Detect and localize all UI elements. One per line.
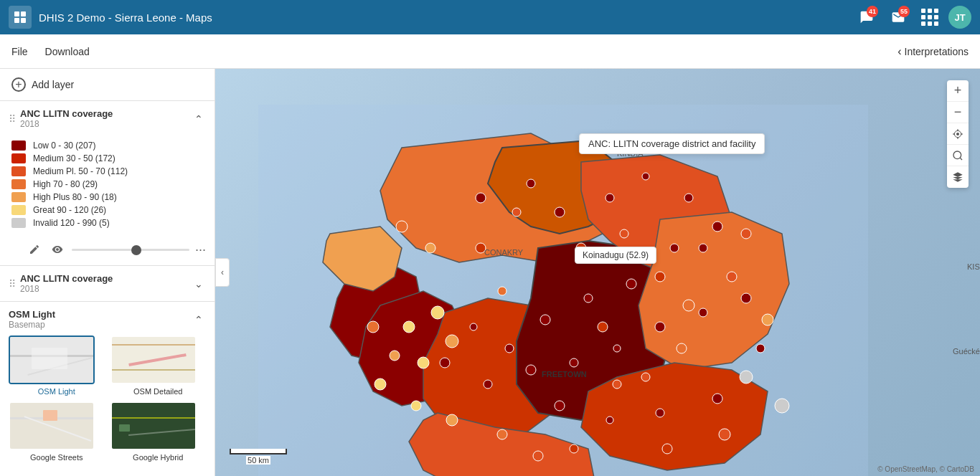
svg-point-61 — [762, 314, 773, 325]
layer-expand-button-2[interactable]: ⌄ — [192, 277, 206, 291]
svg-point-42 — [606, 416, 613, 424]
svg-point-31 — [440, 358, 450, 368]
scale-label: 50 km — [246, 456, 270, 465]
add-layer-button[interactable]: + Add layer — [0, 69, 215, 101]
add-circle-icon: + — [11, 77, 26, 92]
svg-point-40 — [712, 394, 722, 404]
svg-point-30 — [470, 323, 477, 330]
legend-label-medium-pl: Medium Pl. 50 - 70 (112) — [33, 166, 128, 176]
legend-item-low: Low 0 - 30 (207) — [11, 139, 203, 152]
basemap-header: OSM Light Basemap ⌃ — [9, 309, 206, 330]
user-avatar[interactable]: JT — [948, 6, 971, 29]
layers-button[interactable] — [947, 166, 969, 188]
basemap-google-hybrid[interactable]: Google Hybrid — [110, 401, 207, 462]
zoom-out-button[interactable]: − — [947, 102, 969, 123]
place-gueckdou: Guéckédou — [953, 347, 980, 356]
collapse-panel-button[interactable]: ‹ — [215, 258, 230, 287]
more-options-button[interactable]: ··· — [195, 242, 206, 257]
district-tooltip-text: Koinadugu (52.9) — [583, 250, 649, 260]
svg-point-45 — [425, 243, 435, 253]
legend-swatch-great — [11, 205, 26, 215]
svg-point-24 — [712, 222, 722, 232]
search-map-button[interactable] — [947, 145, 969, 166]
toggle-visibility-button[interactable] — [49, 241, 66, 258]
svg-rect-0 — [14, 11, 19, 16]
svg-point-36 — [655, 322, 665, 332]
legend-label-invalid: Invalid 120 - 990 (5) — [33, 218, 110, 228]
svg-point-73 — [613, 380, 621, 389]
svg-point-65 — [512, 208, 521, 216]
mail-button[interactable]: 55 — [885, 4, 911, 30]
svg-point-55 — [418, 357, 429, 368]
svg-point-68 — [598, 322, 608, 332]
basemap-osm-light[interactable]: OSM Light — [9, 335, 105, 396]
apps-button[interactable] — [917, 4, 943, 30]
app-logo — [9, 6, 32, 29]
legend-swatch-invalid — [11, 218, 26, 228]
download-button[interactable]: Download — [45, 43, 90, 60]
drag-handle-icon[interactable]: ⠿ — [9, 113, 16, 125]
svg-point-37 — [699, 308, 707, 317]
legend-swatch-medium — [11, 153, 26, 163]
zoom-in-button[interactable]: + — [947, 80, 969, 102]
layer-card-1: ⠿ ANC LLITN coverage 2018 ⌃ Low 0 - 30 (… — [0, 101, 215, 266]
basemap-preview-google-streets — [10, 403, 93, 449]
locate-button[interactable] — [947, 123, 969, 145]
scale-line: 50 km — [230, 449, 287, 465]
place-conakry: CONAKRY — [484, 248, 523, 257]
svg-point-29 — [505, 344, 514, 353]
basemap-section: OSM Light Basemap ⌃ OSM Light — [0, 302, 215, 469]
layer-title-1: ANC LLITN coverage — [20, 108, 192, 119]
legend-item-medium-pl: Medium Pl. 50 - 70 (112) — [11, 165, 203, 178]
basemap-osm-detailed[interactable]: OSM Detailed — [110, 335, 207, 396]
layer-collapse-button-1[interactable]: ⌃ — [192, 112, 206, 126]
legend-item-high-plus: High Plus 80 - 90 (18) — [11, 191, 203, 204]
svg-point-75 — [699, 244, 707, 252]
legend-item-invalid: Invalid 120 - 990 (5) — [11, 216, 203, 229]
basemap-grid: OSM Light OSM Detailed — [9, 335, 206, 462]
svg-point-41 — [656, 409, 664, 417]
left-panel: + Add layer ⠿ ANC LLITN coverage 2018 ⌃ … — [0, 69, 215, 476]
svg-point-48 — [374, 379, 386, 390]
legend-label-low: Low 0 - 30 (207) — [33, 141, 95, 151]
scale-ruler — [230, 449, 287, 454]
svg-point-51 — [497, 429, 507, 439]
map-area[interactable]: ‹ — [215, 69, 980, 476]
svg-point-74 — [662, 444, 672, 454]
svg-point-26 — [626, 279, 636, 289]
svg-point-52 — [431, 306, 444, 319]
basemap-google-streets[interactable]: Google Streets — [9, 401, 105, 462]
edit-layer-button[interactable] — [26, 241, 43, 258]
basemap-label-google-hybrid: Google Hybrid — [110, 453, 207, 462]
district-tooltip: Koinadugu (52.9) — [575, 247, 656, 264]
toolbar: File Download ‹ Interpretations — [0, 34, 980, 69]
svg-point-77 — [956, 133, 959, 135]
basemap-preview-osm-light — [10, 337, 93, 383]
legend-label-high: High 70 - 80 (29) — [33, 179, 98, 189]
basemap-subtitle: Basemap — [9, 320, 55, 330]
svg-point-53 — [403, 321, 415, 333]
file-menu[interactable]: File — [11, 43, 28, 60]
map-attribution: © OpenStreetMap, © CartoDB — [877, 465, 974, 473]
svg-point-67 — [498, 287, 507, 295]
layer-header-1: ⠿ ANC LLITN coverage 2018 ⌃ — [0, 101, 215, 136]
basemap-collapse-button[interactable]: ⌃ — [192, 313, 206, 327]
svg-point-33 — [526, 365, 536, 375]
scale-bar: 50 km — [230, 449, 287, 465]
opacity-slider[interactable] — [72, 249, 189, 251]
tooltip-text: ANC: LLITN coverage district and facilit… — [588, 138, 755, 149]
app-header: DHIS 2 Demo - Sierra Leone - Maps 41 55 … — [0, 0, 980, 34]
messages-button[interactable]: 41 — [854, 4, 880, 30]
svg-point-23 — [684, 194, 693, 202]
interpretations-button[interactable]: ‹ Interpretations — [897, 45, 969, 58]
svg-point-57 — [620, 229, 628, 238]
layer-year-2: 2018 — [20, 284, 192, 294]
drag-handle-icon-2[interactable]: ⠿ — [9, 278, 16, 290]
chevron-left-icon: ‹ — [897, 45, 901, 58]
basemap-thumb-osm-detailed — [110, 335, 197, 384]
svg-point-64 — [719, 429, 730, 440]
layer-title-2: ANC LLITN coverage — [20, 273, 192, 284]
svg-rect-2 — [14, 18, 19, 23]
basemap-info: OSM Light Basemap — [9, 309, 55, 330]
svg-rect-1 — [21, 11, 26, 16]
